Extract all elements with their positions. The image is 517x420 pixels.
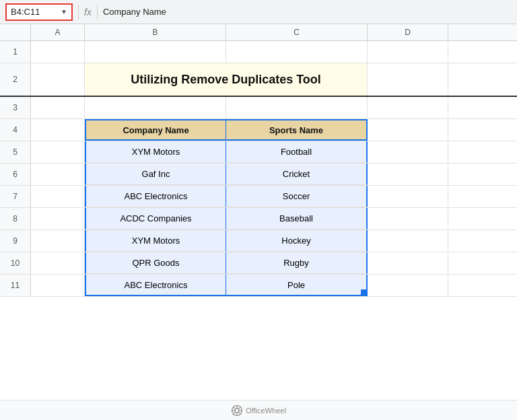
cell-ref-text: B4:C11 [11,7,58,17]
table-row-9: 9 XYM Motors Hockey [0,230,517,252]
data-company-5[interactable]: XYM Motors [85,141,226,163]
row-num-2: 2 [0,63,31,96]
data-sport-11[interactable]: Pole [226,275,368,296]
data-sport-10[interactable]: Rugby [226,252,368,274]
cell-8a[interactable] [31,208,85,230]
cell-8d[interactable] [368,208,448,230]
cell-9d[interactable] [368,230,448,252]
data-sport-9[interactable]: Hockey [226,230,368,252]
cell-4a[interactable] [31,119,85,141]
row-num-1: 1 [0,41,31,63]
row-num-9: 9 [0,230,31,252]
cell-2d[interactable] [368,63,448,96]
divider-1 [78,5,79,20]
cell-3b[interactable] [85,97,226,118]
table-row-11: 11 ABC Electronics Pole [0,275,517,297]
formula-toolbar: B4:C11 ▼ fx Company Name [0,0,517,24]
footer: OfficeWheel [0,400,517,420]
data-sport-5[interactable]: Football [226,141,368,163]
cell-1c[interactable] [226,41,368,63]
table-row-5: 5 XYM Motors Football [0,141,517,164]
row-num-8: 8 [0,208,31,230]
header-sports-name[interactable]: Sports Name [226,119,368,141]
cell-2a[interactable] [31,63,85,96]
cell-1a[interactable] [31,41,85,63]
row-num-5: 5 [0,141,31,163]
cell-6d[interactable] [368,164,448,185]
cell-3c[interactable] [226,97,368,118]
title-cell[interactable]: Utilizing Remove Duplicates Tool [85,63,368,96]
cell-7a[interactable] [31,186,85,207]
cell-10a[interactable] [31,252,85,274]
cell-5d[interactable] [368,141,448,163]
footer-brand: OfficeWheel [246,407,286,415]
svg-line-6 [234,407,236,409]
data-rows-container: 5 XYM Motors Football 6 Gaf Inc Cricket … [0,141,517,297]
col-header-a: A [31,24,85,40]
col-header-b: B [85,24,226,40]
row-1: 1 [0,41,517,63]
cell-reference-box[interactable]: B4:C11 ▼ [5,3,73,21]
data-company-7[interactable]: ABC Electronics [85,186,226,207]
cell-7d[interactable] [368,186,448,207]
svg-point-1 [235,409,239,413]
selection-handle [361,289,366,295]
row-2: 2 Utilizing Remove Duplicates Tool [0,63,517,97]
table-row-7: 7 ABC Electronics Soccer [0,186,517,208]
cell-9a[interactable] [31,230,85,252]
col-header-d: D [368,24,448,40]
cell-5a[interactable] [31,141,85,163]
cell-1d[interactable] [368,41,448,63]
header-company-name[interactable]: Company Name [85,119,226,141]
cell-ref-dropdown-arrow[interactable]: ▼ [61,8,67,15]
data-company-11[interactable]: ABC Electronics [85,275,226,296]
cell-3a[interactable] [31,97,85,118]
cell-6a[interactable] [31,164,85,185]
data-company-6[interactable]: Gaf Inc [85,164,226,185]
row-num-11: 11 [0,275,31,296]
divider-2 [97,5,98,20]
data-sport-6[interactable]: Cricket [226,164,368,185]
data-company-10[interactable]: QPR Goods [85,252,226,274]
table-row-8: 8 ACDC Companies Baseball [0,208,517,230]
data-sport-7[interactable]: Soccer [226,186,368,207]
col-header-c: C [226,24,368,40]
svg-line-8 [238,407,240,409]
cell-11a[interactable] [31,275,85,296]
data-sport-8[interactable]: Baseball [226,208,368,230]
svg-line-7 [238,412,240,414]
fx-icon: fx [84,7,92,18]
cell-11d[interactable] [368,275,448,296]
officewheel-logo-icon [231,405,243,417]
table-row-10: 10 QPR Goods Rugby [0,252,517,275]
cell-3d[interactable] [368,97,448,118]
data-company-8[interactable]: ACDC Companies [85,208,226,230]
formula-content: Company Name [103,7,166,17]
cell-1b[interactable] [85,41,226,63]
data-company-9[interactable]: XYM Motors [85,230,226,252]
cell-4d[interactable] [368,119,448,141]
table-header-row: 4 Company Name Sports Name [0,119,517,141]
row-3: 3 [0,97,517,119]
spreadsheet-area: A B C D 1 2 Utilizing Remove Duplicates … [0,24,517,400]
column-headers-row: A B C D [0,24,517,41]
row-num-10: 10 [0,252,31,274]
cell-10d[interactable] [368,252,448,274]
row-num-6: 6 [0,164,31,185]
row-num-4: 4 [0,119,31,141]
row-num-7: 7 [0,186,31,207]
corner-header [0,24,31,40]
row-num-3: 3 [0,97,31,118]
svg-line-9 [234,412,236,414]
table-row-6: 6 Gaf Inc Cricket [0,164,517,186]
